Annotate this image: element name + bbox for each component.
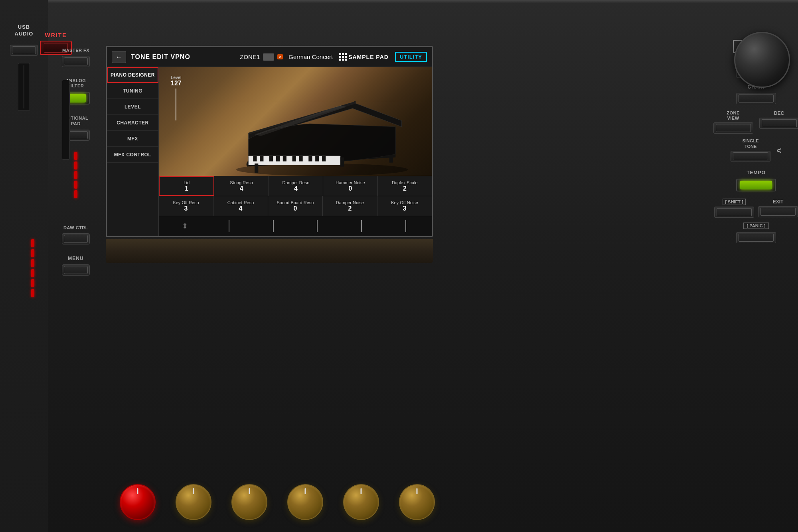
slider-4[interactable] <box>295 220 340 232</box>
param-key-off-reso-name: Key Off Reso <box>173 200 199 205</box>
param-lid-value: 1 <box>185 185 188 192</box>
knob-4-gold[interactable] <box>287 484 323 520</box>
slider-2[interactable] <box>207 220 251 232</box>
param-key-off-reso[interactable]: Key Off Reso 3 <box>159 196 213 216</box>
param-duplex-scale[interactable]: Duplex Scale 2 <box>378 176 432 196</box>
exit-button[interactable] <box>758 206 798 217</box>
exit-label: EXIT <box>773 199 784 205</box>
slider-3[interactable] <box>251 220 295 232</box>
menu-item-piano-designer[interactable]: PIANO DESIGNER <box>107 67 158 83</box>
knob-6-gold[interactable] <box>399 484 435 520</box>
knob-1-red[interactable] <box>120 484 156 520</box>
chain-button[interactable] <box>736 93 776 104</box>
led-strip-4 <box>31 269 34 277</box>
param-cabinet-reso-name: Cabinet Reso <box>227 200 254 205</box>
param-hammer-noise[interactable]: Hammer Noise 0 <box>323 176 377 196</box>
master-fx-label: MASTER FX <box>62 48 89 53</box>
slider-6[interactable] <box>383 220 428 232</box>
param-string-reso[interactable]: String Reso 4 <box>214 176 269 196</box>
usb-audio-button[interactable] <box>10 45 38 56</box>
menu-item-character[interactable]: CHARACTER <box>107 115 158 131</box>
updown-icon: ⇕ <box>182 222 188 231</box>
grid-icon <box>339 53 347 61</box>
zone-label: ZONE1 <box>240 53 260 60</box>
utility-button[interactable]: UTILITY <box>395 52 427 62</box>
slider-updown: ⇕ <box>163 222 207 231</box>
level-value: 127 <box>171 80 182 87</box>
menu-item-mfx-control[interactable]: MFX CONTROL <box>107 147 158 163</box>
param-hammer-noise-name: Hammer Noise <box>336 180 365 185</box>
param-cabinet-reso[interactable]: Cabinet Reso 4 <box>213 196 268 216</box>
single-tone-col: SINGLETONE <box>731 138 770 162</box>
master-fx-button[interactable] <box>62 56 90 67</box>
panic-button[interactable] <box>736 232 776 243</box>
knob-2-gold[interactable] <box>176 484 211 520</box>
svg-rect-10 <box>299 156 302 162</box>
menu-item-tuning[interactable]: TUNING <box>107 83 158 99</box>
left-menu: PIANO DESIGNER TUNING LEVEL CHARACTER MF… <box>107 67 159 236</box>
tempo-label: TEMPO <box>747 170 766 175</box>
zone-view-button[interactable] <box>713 122 753 134</box>
shift-button[interactable] <box>714 207 754 218</box>
led-strip-1 <box>31 239 34 247</box>
param-hammer-noise-value: 0 <box>348 185 352 192</box>
tempo-led <box>740 181 772 189</box>
back-button[interactable]: ← <box>112 51 126 63</box>
knobs-area <box>120 484 435 520</box>
screen-content: PIANO DESIGNER TUNING LEVEL CHARACTER MF… <box>107 67 432 236</box>
led-2 <box>74 162 77 169</box>
menu-item-mfx[interactable]: MFX <box>107 131 158 147</box>
dec-button[interactable] <box>759 118 798 129</box>
param-damper-noise[interactable]: Damper Noise 2 <box>323 196 377 216</box>
daw-ctrl-button[interactable] <box>62 233 90 244</box>
piano-svg <box>200 78 432 176</box>
knob-3-gold[interactable] <box>231 484 267 520</box>
single-tone-button[interactable] <box>731 151 770 162</box>
svg-rect-14 <box>255 164 258 173</box>
knob-2-indicator <box>193 488 194 494</box>
param-duplex-scale-value: 2 <box>403 185 407 192</box>
header-zone: ZONE1 ✕ German Concert SAMPLE PAD UTILIT… <box>240 52 427 62</box>
large-encoder-knob[interactable] <box>734 32 790 88</box>
top-edge <box>0 0 798 3</box>
knob-6-indicator <box>417 488 418 494</box>
svg-rect-7 <box>276 156 279 162</box>
left-slider[interactable] <box>18 63 30 111</box>
param-damper-reso-value: 4 <box>294 185 298 192</box>
slider-marker-5 <box>361 220 362 232</box>
param-sound-board-reso[interactable]: Sound Board Reso 0 <box>268 196 323 216</box>
shift-exit-row: [ SHIFT ] EXIT <box>714 199 798 218</box>
svg-rect-6 <box>269 156 273 162</box>
param-key-off-noise-name: Key Off Noise <box>391 200 418 205</box>
slider-marker-6 <box>405 220 406 232</box>
usb-audio-label: USB AUDIO <box>15 24 34 37</box>
sample-pad-button[interactable]: SAMPLE PAD <box>339 53 389 61</box>
shift-col: [ SHIFT ] <box>714 199 754 218</box>
params-grid: Lid 1 String Reso 4 Damper Reso 4 <box>159 176 432 236</box>
led-5 <box>74 190 77 198</box>
led-strip-6 <box>31 289 34 297</box>
menu-item-level[interactable]: LEVEL <box>107 99 158 115</box>
knob-4-indicator <box>305 488 306 494</box>
vert-slider[interactable] <box>62 80 70 160</box>
write-label: WRITE <box>45 32 67 38</box>
arrow-col: < <box>776 138 782 156</box>
sample-pad-label: SAMPLE PAD <box>348 54 389 60</box>
svg-rect-8 <box>282 156 286 162</box>
level-label: Level <box>171 75 182 80</box>
knob-3-indicator <box>249 488 250 494</box>
led-strip-3 <box>31 259 34 267</box>
param-duplex-scale-name: Duplex Scale <box>392 180 418 185</box>
knob-5-gold[interactable] <box>343 484 379 520</box>
slider-5[interactable] <box>340 220 384 232</box>
param-key-off-noise[interactable]: Key Off Noise 3 <box>377 196 432 216</box>
tempo-button[interactable] <box>736 179 776 191</box>
param-lid[interactable]: Lid 1 <box>159 176 214 196</box>
level-line <box>176 89 176 120</box>
knob-1-indicator <box>137 488 138 494</box>
param-cabinet-reso-value: 4 <box>239 205 243 212</box>
param-damper-reso[interactable]: Damper Reso 4 <box>269 176 323 196</box>
menu-button[interactable] <box>62 264 90 276</box>
main-screen: ← TONE EDIT VPNO ZONE1 ✕ German Concert … <box>106 46 433 237</box>
shift-label: [ SHIFT ] <box>723 199 745 205</box>
